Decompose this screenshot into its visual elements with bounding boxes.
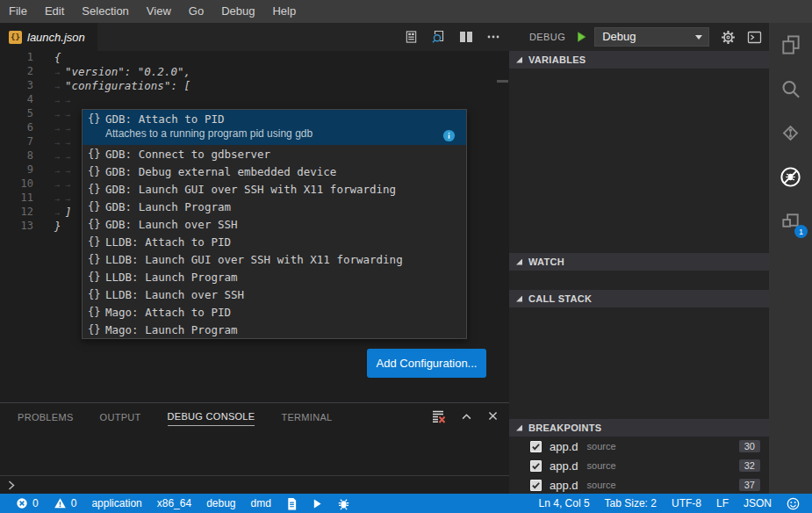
line-number[interactable]: 5 <box>0 107 33 121</box>
indentation[interactable]: Tab Size: 2 <box>605 497 657 509</box>
panel-tab-terminal[interactable]: TERMINAL <box>281 407 332 426</box>
panel-tab-output[interactable]: OUTPUT <box>100 407 141 426</box>
line-number[interactable]: 4 <box>0 93 33 107</box>
activity-bar: 1 <box>769 23 812 494</box>
line-code: →→ <box>54 107 75 121</box>
architecture[interactable]: x86_64 <box>157 497 191 509</box>
suggestion-label-row: {}GDB: Launch over SSH <box>83 215 466 233</box>
breakpoint-checkbox[interactable] <box>530 480 542 491</box>
gear-icon[interactable] <box>721 30 736 45</box>
line-number[interactable]: 13 <box>0 220 33 234</box>
whitespace-arrow: → <box>54 68 65 77</box>
suggestion-item[interactable]: {}LLDB: Launch over SSH <box>83 285 466 303</box>
line-code: →→ <box>54 149 75 163</box>
compiler[interactable]: dmd <box>251 497 271 509</box>
suggestion-item[interactable]: {}LLDB: Launch Program <box>83 268 466 285</box>
breakpoint-checkbox[interactable] <box>530 460 542 472</box>
line-number[interactable]: 8 <box>0 149 33 163</box>
section-header-variables[interactable]: VARIABLES <box>509 51 769 69</box>
breakpoint-row[interactable]: app.dsource37 <box>509 475 769 494</box>
panel-tab-debug-console[interactable]: DEBUG CONSOLE <box>168 406 255 426</box>
code-line-3[interactable]: 3→"configurations": [ <box>0 79 509 93</box>
whitespace-arrow: → <box>54 166 65 176</box>
section-header-breakpoints[interactable]: BREAKPOINTS <box>509 419 769 437</box>
suggestion-label-row: {}LLDB: Launch over SSH <box>83 285 466 303</box>
line-number[interactable]: 9 <box>0 163 33 177</box>
suggestion-item[interactable]: {}GDB: Launch GUI over SSH with X11 forw… <box>83 180 466 198</box>
suggestion-item[interactable]: {}LLDB: Attach to PID <box>83 233 466 250</box>
suggestion-item[interactable]: {}Mago: Launch Program <box>83 321 466 338</box>
code-line-4[interactable]: 4→→ <box>0 93 509 107</box>
whitespace-arrow: → <box>65 194 75 204</box>
debug-console-input[interactable] <box>0 475 509 494</box>
close-panel-icon[interactable] <box>487 410 499 422</box>
feedback[interactable] <box>787 497 800 510</box>
suggestion-item[interactable]: {}GDB: Debug external embedded device <box>83 163 466 180</box>
menu-item-selection[interactable]: Selection <box>73 0 137 23</box>
source-control-icon[interactable] <box>769 111 812 155</box>
search-icon[interactable] <box>769 67 812 111</box>
panel-tab-problems[interactable]: PROBLEMS <box>18 407 74 426</box>
menu-item-go[interactable]: Go <box>180 0 212 23</box>
whitespace-arrow: → <box>54 110 65 119</box>
debug-icon[interactable] <box>769 155 812 199</box>
error-count[interactable]: 0 <box>16 497 39 509</box>
maximize-panel-icon[interactable] <box>460 410 473 423</box>
menu-item-edit[interactable]: Edit <box>36 0 73 23</box>
build-target[interactable]: application <box>91 497 141 509</box>
run-action[interactable] <box>313 498 322 509</box>
code-line-2[interactable]: 2→"version": "0.2.0", <box>0 65 509 79</box>
section-header-watch[interactable]: WATCH <box>509 253 769 271</box>
suggestion-label: LLDB: Launch Program <box>105 271 238 284</box>
line-number[interactable]: 3 <box>0 79 33 93</box>
build-type[interactable]: debug <box>206 497 235 509</box>
add-configuration-button[interactable]: Add Configuration... <box>367 349 486 378</box>
breakpoint-row[interactable]: app.dsource30 <box>509 437 769 456</box>
breakpoint-checkbox[interactable] <box>530 441 542 452</box>
menu-item-file[interactable]: File <box>0 0 36 23</box>
line-number[interactable]: 11 <box>0 191 33 206</box>
suggestion-item[interactable]: {}Mago: Attach to PID <box>83 303 466 321</box>
suggestion-item[interactable]: {}LLDB: Launch GUI over SSH with X11 for… <box>83 250 466 268</box>
line-number[interactable]: 6 <box>0 121 33 135</box>
breakpoint-row[interactable]: app.dsource32 <box>509 456 769 475</box>
split-editor-icon[interactable] <box>459 31 473 43</box>
encoding[interactable]: UTF-8 <box>672 497 701 509</box>
code-line-1[interactable]: 1{ <box>0 51 509 65</box>
line-number[interactable]: 12 <box>0 206 33 220</box>
menu-item-help[interactable]: Help <box>263 0 305 23</box>
cursor-position[interactable]: Ln 4, Col 5 <box>539 497 590 509</box>
menu-bar: FileEditSelectionViewGoDebugHelp <box>0 0 812 23</box>
menu-item-view[interactable]: View <box>138 0 180 23</box>
language-mode[interactable]: JSON <box>744 497 772 509</box>
search-editor-icon[interactable] <box>431 30 446 44</box>
extensions-icon[interactable]: 1 <box>769 199 812 242</box>
clear-console-icon[interactable] <box>430 409 446 423</box>
more-actions-icon[interactable] <box>486 31 500 43</box>
tab-launch-json[interactable]: {} launch.json <box>0 23 97 51</box>
line-number[interactable]: 7 <box>0 135 33 149</box>
line-number[interactable]: 10 <box>0 177 33 191</box>
line-number[interactable]: 2 <box>0 65 33 79</box>
menu-item-debug[interactable]: Debug <box>212 0 263 23</box>
section-header-call-stack[interactable]: CALL STACK <box>509 290 769 307</box>
eol-sequence[interactable]: LF <box>716 497 729 509</box>
whitespace-arrow: → <box>65 166 75 176</box>
debug-config-select[interactable]: Debug <box>594 27 709 47</box>
warning-count[interactable]: 0 <box>54 497 77 509</box>
file-action[interactable] <box>286 497 298 510</box>
info-icon[interactable] <box>442 129 456 142</box>
debug-action[interactable] <box>337 497 350 510</box>
suggestion-item[interactable]: {}GDB: Launch Program <box>83 198 466 215</box>
open-file-icon[interactable] <box>405 30 418 44</box>
line-number[interactable]: 1 <box>0 51 33 65</box>
suggestion-item[interactable]: {}GDB: Launch over SSH <box>83 215 466 233</box>
collapse-twistie-icon <box>516 296 522 302</box>
whitespace-arrow: → <box>54 96 65 105</box>
suggestion-item[interactable]: {}GDB: Attach to PIDAttaches to a runnin… <box>83 110 466 145</box>
suggestion-item[interactable]: {}GDB: Connect to gdbserver <box>83 145 466 163</box>
open-debug-console-icon[interactable] <box>747 31 762 44</box>
suggestion-label-row: {}GDB: Launch Program <box>83 198 466 215</box>
explorer-icon[interactable] <box>769 23 812 67</box>
start-debug-button[interactable] <box>575 31 587 43</box>
